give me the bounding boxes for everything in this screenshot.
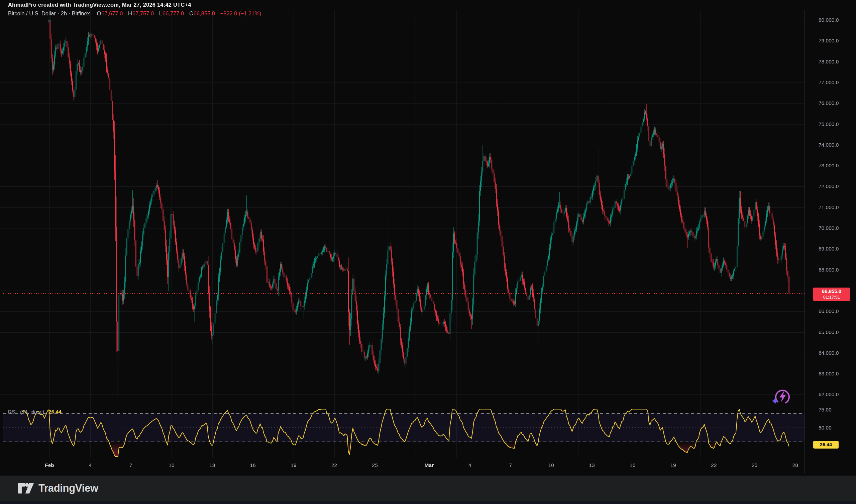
lightning-bolt-glyph <box>780 391 786 402</box>
price-axis-label: 66,000.0 <box>819 308 854 314</box>
close-label: C <box>189 10 193 16</box>
time-axis-label: 13 <box>580 462 603 468</box>
time-axis-label: 10 <box>540 462 563 468</box>
price-axis-label: 63,000.0 <box>819 371 854 377</box>
footer-bar: TradingView <box>0 475 856 501</box>
price-axis-label: 79,000.0 <box>819 37 854 44</box>
ohlc-high: H67,757.0 <box>128 10 157 16</box>
tradingview-logo-mark <box>17 482 34 495</box>
attribution-text: AhmadPro created with TradingView.com, M… <box>8 2 191 8</box>
time-axis-label: 25 <box>743 462 766 468</box>
time-axis-label: 4 <box>458 462 481 468</box>
price-axis-label: 80,000.0 <box>819 17 854 23</box>
price-axis-label: 69,000.0 <box>819 246 854 252</box>
open-label: O <box>97 10 101 16</box>
price-axis-label: 71,000.0 <box>819 204 854 211</box>
price-axis-label: 72,000.0 <box>819 183 854 190</box>
rsi-label: RSI <box>8 409 17 414</box>
price-axis-label: 78,000.0 <box>819 58 854 65</box>
rsi-value-badge: 26.44 <box>813 441 839 449</box>
low-value: 66,777.0 <box>162 10 184 16</box>
rsi-value: 26.44 <box>49 409 62 414</box>
price-axis-label: 73,000.0 <box>819 162 854 169</box>
symbol-info-row[interactable]: Bitcoin / U.S. Dollar · 2h · Bitfinex O6… <box>8 10 261 17</box>
rsi-axis-label: 50.00 <box>819 425 845 431</box>
tradingview-snapshot: AhmadPro created with TradingView.com, M… <box>0 0 856 504</box>
price-chart-canvas[interactable] <box>0 0 856 504</box>
price-axis-label: 74,000.0 <box>819 142 854 148</box>
ohlc-close: C66,855.0 <box>189 10 219 16</box>
lightning-boost-icon[interactable] <box>770 385 794 409</box>
rsi-axis-label: 75.00 <box>819 407 845 413</box>
time-axis-label: Mar <box>417 462 441 468</box>
time-axis-label: 16 <box>241 462 264 468</box>
time-axis-label: 4 <box>79 462 102 468</box>
sparkle-glyph <box>772 397 779 404</box>
time-axis-label: 13 <box>201 462 224 468</box>
time-axis-label: 25 <box>363 462 387 468</box>
time-axis-label: 10 <box>160 462 183 468</box>
last-price-value: 66,855.0 <box>813 288 850 294</box>
time-axis-label: 28 <box>784 462 807 468</box>
time-axis-label: 7 <box>119 462 142 468</box>
price-axis-label: 62,000.0 <box>819 391 854 398</box>
low-label: L <box>159 10 162 16</box>
change-value: −822.0 (−1.21%) <box>220 10 261 16</box>
tradingview-logo[interactable]: TradingView <box>17 482 98 495</box>
ohlc-open: O67,677.0 <box>97 10 126 16</box>
high-value: 67,757.0 <box>133 10 154 16</box>
price-axis-label: 65,000.0 <box>819 329 854 336</box>
bottom-accent-strip <box>0 501 856 504</box>
last-price-badge: 66,855.0 01:17:51 <box>813 288 850 301</box>
time-axis-label: 16 <box>621 462 644 468</box>
time-axis-label: 19 <box>662 462 685 468</box>
price-axis-label: 70,000.0 <box>819 225 854 232</box>
price-axis-label: 64,000.0 <box>819 350 854 356</box>
time-axis-label: 7 <box>499 462 522 468</box>
tradingview-wordmark: TradingView <box>38 482 98 494</box>
ohlc-low: L66,777.0 <box>159 10 188 16</box>
rsi-params: (14, close) <box>20 409 44 414</box>
price-axis-label: 75,000.0 <box>819 121 854 128</box>
price-axis-label: 76,000.0 <box>819 100 854 107</box>
price-axis-label: 77,000.0 <box>819 79 854 86</box>
close-value: 66,855.0 <box>194 10 215 16</box>
rsi-indicator-title[interactable]: RSI (14, close) 26.44 <box>8 409 62 415</box>
price-axis-label: 68,000.0 <box>819 267 854 273</box>
time-axis-label: 22 <box>323 462 346 468</box>
bar-close-countdown: 01:17:51 <box>813 294 850 300</box>
time-axis-label: Feb <box>38 462 61 468</box>
time-axis-label: 19 <box>282 462 305 468</box>
symbol-title[interactable]: Bitcoin / U.S. Dollar · 2h · Bitfinex <box>8 10 90 16</box>
time-axis-label: 22 <box>702 462 725 468</box>
open-value: 67,677.0 <box>101 10 123 16</box>
high-label: H <box>128 10 132 16</box>
